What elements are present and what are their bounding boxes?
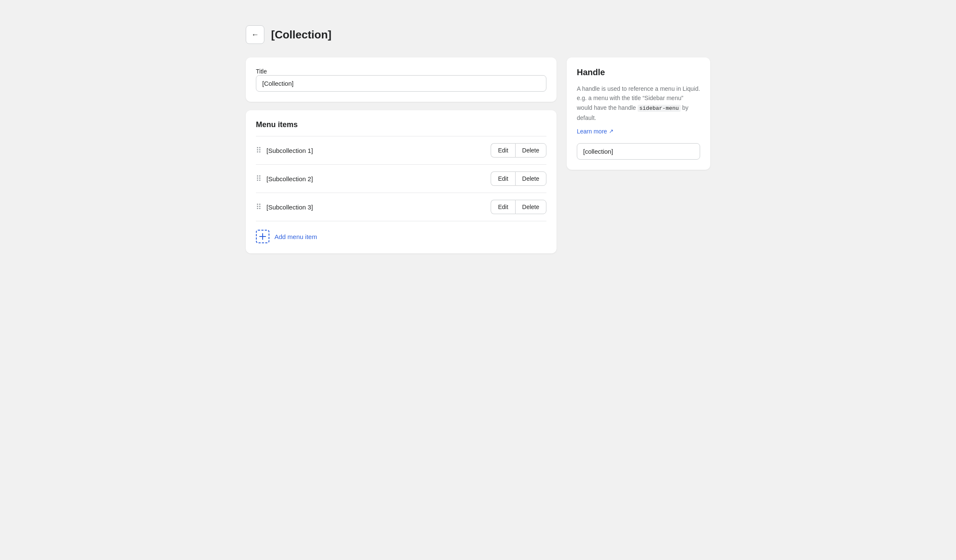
main-layout: Title Menu items ⠿ [Subcollection 1] Edi… (246, 57, 710, 253)
drag-handle-icon[interactable]: ⠿ (256, 146, 261, 155)
menu-item-name: [Subcollection 1] (266, 147, 486, 154)
add-item-icon (256, 230, 269, 243)
edit-button[interactable]: Edit (491, 171, 515, 186)
menu-item-name: [Subcollection 3] (266, 204, 486, 211)
item-actions: Edit Delete (491, 143, 546, 158)
back-button[interactable]: ← (246, 25, 264, 44)
drag-handle-icon[interactable]: ⠿ (256, 174, 261, 183)
table-row: ⠿ [Subcollection 2] Edit Delete (256, 165, 546, 193)
table-row: ⠿ [Subcollection 3] Edit Delete (256, 193, 546, 221)
delete-button[interactable]: Delete (515, 171, 546, 186)
table-row: ⠿ [Subcollection 1] Edit Delete (256, 136, 546, 165)
handle-title: Handle (577, 68, 700, 77)
external-link-icon: ↗︎ (609, 128, 614, 134)
page-title: [Collection] (271, 28, 331, 41)
title-label: Title (256, 68, 267, 75)
menu-items-card: Menu items ⠿ [Subcollection 1] Edit Dele… (246, 110, 557, 253)
handle-input[interactable] (577, 143, 700, 160)
handle-description: A handle is used to reference a menu in … (577, 84, 700, 122)
title-input[interactable] (256, 75, 546, 92)
item-actions: Edit Delete (491, 200, 546, 214)
add-menu-item-row[interactable]: Add menu item (256, 221, 546, 243)
add-menu-item-button[interactable]: Add menu item (274, 233, 317, 240)
menu-items-list: ⠿ [Subcollection 1] Edit Delete ⠿ [Subco… (256, 136, 546, 221)
title-card: Title (246, 57, 557, 102)
page-header: ← [Collection] (246, 25, 710, 44)
learn-more-link[interactable]: Learn more ↗︎ (577, 128, 614, 135)
edit-button[interactable]: Edit (491, 143, 515, 158)
left-column: Title Menu items ⠿ [Subcollection 1] Edi… (246, 57, 557, 253)
delete-button[interactable]: Delete (515, 200, 546, 214)
handle-code-snippet: sidebar-menu (638, 105, 681, 112)
item-actions: Edit Delete (491, 171, 546, 186)
handle-card: Handle A handle is used to reference a m… (567, 57, 710, 170)
learn-more-label: Learn more (577, 128, 607, 135)
menu-item-name: [Subcollection 2] (266, 175, 486, 182)
menu-items-title: Menu items (256, 120, 546, 129)
edit-button[interactable]: Edit (491, 200, 515, 214)
right-column: Handle A handle is used to reference a m… (567, 57, 710, 170)
delete-button[interactable]: Delete (515, 143, 546, 158)
drag-handle-icon[interactable]: ⠿ (256, 202, 261, 212)
